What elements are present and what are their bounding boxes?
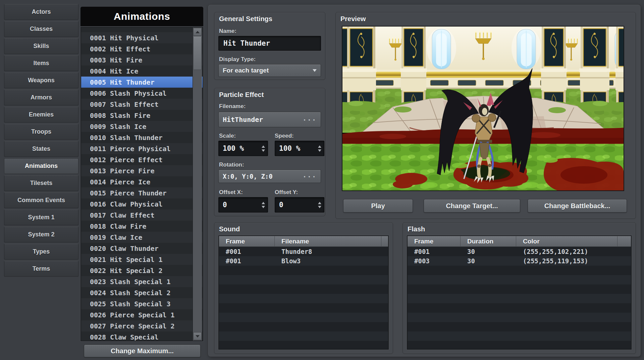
sidebar-tab-label: System 1 [28,214,54,221]
animation-list-item[interactable]: 0028 Claw Special [81,331,203,341]
animation-list-item[interactable]: 0002 Hit Effect [81,43,203,54]
animation-id: 0025 [90,300,110,308]
spinner-down-icon[interactable] [262,206,265,208]
sidebar-tab[interactable]: Actors [4,4,78,20]
animation-list-item[interactable]: 0004 Hit Ice [81,65,203,77]
animation-list-item[interactable]: 0011 Pierce Physical [81,143,203,154]
sidebar-tab[interactable]: System 2 [4,227,78,242]
animation-list-item[interactable]: 0027 Pierce Special 2 [81,320,203,331]
offset-y-value: 0 [279,201,283,209]
sidebar-tab[interactable]: Skills [4,38,78,54]
animation-list-item[interactable]: 0003 Hit Fire [81,54,203,65]
sidebar-tab-label: Animations [25,163,58,170]
scroll-up-icon[interactable] [193,28,202,36]
change-maximum-button[interactable]: Change Maximum... [84,345,201,357]
animation-list-item[interactable]: 0023 Slash Special 1 [81,276,203,287]
animation-list-item[interactable]: 0006 Slash Physical [81,88,203,99]
play-button[interactable]: Play [343,199,413,213]
animation-list-item[interactable]: 0020 Claw Thunder [81,243,203,254]
scale-spinner[interactable]: 100 % [218,141,268,156]
animation-name: Pierce Special 1 [110,311,175,319]
animation-list-item[interactable]: 0013 Pierce Fire [81,165,203,176]
animation-id: 0003 [90,56,110,64]
sound-title: Sound [219,225,240,233]
display-type-select[interactable]: For each target [218,64,321,77]
animation-name: Hit Ice [110,67,138,75]
sidebar-tab[interactable]: Enemies [4,107,78,123]
animation-name: Hit Special 1 [110,256,163,264]
list-scrollbar[interactable] [193,28,202,341]
spinner-down-icon[interactable] [262,149,265,152]
sidebar-tab[interactable]: Classes [4,21,78,37]
animation-list-item[interactable]: 0008 Slash Fire [81,110,203,121]
sound-row[interactable]: #001 Thunder8 [219,247,388,256]
animation-list-item[interactable]: 0021 Hit Special 1 [81,254,203,265]
animation-list-item[interactable]: 0015 Pierce Thunder [81,187,203,198]
animation-list-item[interactable]: 0026 Pierce Special 1 [81,309,203,320]
animation-list-item[interactable]: 0024 Slash Special 2 [81,287,203,298]
scroll-down-icon[interactable] [193,332,202,340]
sidebar-tab[interactable]: Terms [4,261,78,277]
animation-list-item[interactable]: 0001 Hit Physical [81,32,203,43]
speed-spinner[interactable]: 100 % [275,141,324,156]
sound-frame: #001 [219,248,275,255]
animation-list-item[interactable]: 0017 Claw Effect [81,210,203,221]
sidebar-tab[interactable]: Types [4,244,78,260]
rotation-field[interactable]: X:0, Y:0, Z:0 ... [218,170,321,183]
sidebar-tab[interactable]: Troops [4,124,78,140]
sidebar-tab[interactable]: States [4,141,78,157]
animation-list-item[interactable]: 0014 Pierce Ice [81,176,203,187]
animation-list-item[interactable]: 0018 Claw Fire [81,221,203,232]
offset-x-value: 0 [223,201,227,209]
animation-list-item[interactable]: 0005 Hit Thunder [81,77,203,88]
animation-name: Pierce Physical [110,145,171,153]
sidebar-tab-label: System 2 [28,231,54,238]
offset-y-spinner[interactable]: 0 [275,197,324,213]
change-target-button[interactable]: Change Target... [424,199,520,213]
animation-list-item[interactable]: 0007 Slash Effect [81,99,203,110]
flash-row[interactable]: #003 30 (255,255,119,153) [408,256,631,266]
sidebar-tab[interactable]: Animations [4,158,78,174]
sidebar-tab[interactable]: Weapons [4,73,78,88]
animation-name: Slash Physical [110,89,167,97]
general-settings-group: General Settings Name: Hit Thunder Displ… [214,12,325,80]
spinner-up-icon[interactable] [318,202,321,204]
sidebar-tab[interactable]: Items [4,55,78,71]
animation-list-item[interactable]: 0009 Slash Ice [81,121,203,132]
animation-list-item[interactable]: 0016 Claw Physical [81,198,203,210]
scale-value: 100 % [223,144,244,152]
spinner-down-icon[interactable] [318,206,321,208]
animation-name: Claw Ice [110,233,142,241]
spinner-up-icon[interactable] [262,202,265,204]
sound-row[interactable]: #001 Blow3 [219,256,388,266]
sound-frame: #001 [219,257,275,265]
animation-name: Pierce Ice [110,178,150,186]
animation-id: 0013 [90,167,110,175]
animation-list-item[interactable]: 0019 Claw Ice [81,232,203,243]
sidebar-tab[interactable]: System 1 [4,210,78,225]
name-input[interactable]: Hit Thunder [218,36,321,51]
rpgmaker-database-window: Actors Classes Skills Items Weapons Armo… [0,0,644,360]
scrollbar-thumb[interactable] [193,37,202,70]
animation-list-item[interactable]: 0010 Slash Thunder [81,132,203,143]
sidebar-tab-label: Terms [33,265,50,272]
change-battleback-button[interactable]: Change Battleback... [528,199,627,213]
sidebar-tab[interactable]: Armors [4,90,78,105]
animation-name: Hit Physical [110,34,159,42]
sidebar-tab[interactable]: Common Events [4,192,78,208]
offset-x-spinner[interactable]: 0 [218,197,268,213]
sidebar-tab[interactable]: Tilesets [4,175,78,191]
sidebar-tab-label: Weapons [28,77,55,84]
animation-list-item[interactable]: 0025 Slash Special 3 [81,298,203,309]
filename-field[interactable]: HitThunder ... [218,112,321,127]
spinner-up-icon[interactable] [262,145,265,148]
animation-id: 0028 [90,333,110,341]
spinner-up-icon[interactable] [318,145,321,148]
spinner-down-icon[interactable] [318,149,321,152]
speed-value: 100 % [279,144,300,152]
animation-list-item[interactable]: 0022 Hit Special 2 [81,265,203,276]
flash-row[interactable]: #001 30 (255,255,102,221) [408,247,631,256]
animation-id: 0006 [90,89,110,97]
animation-list-item[interactable]: 0012 Pierce Effect [81,154,203,165]
animation-id: 0027 [90,322,110,330]
